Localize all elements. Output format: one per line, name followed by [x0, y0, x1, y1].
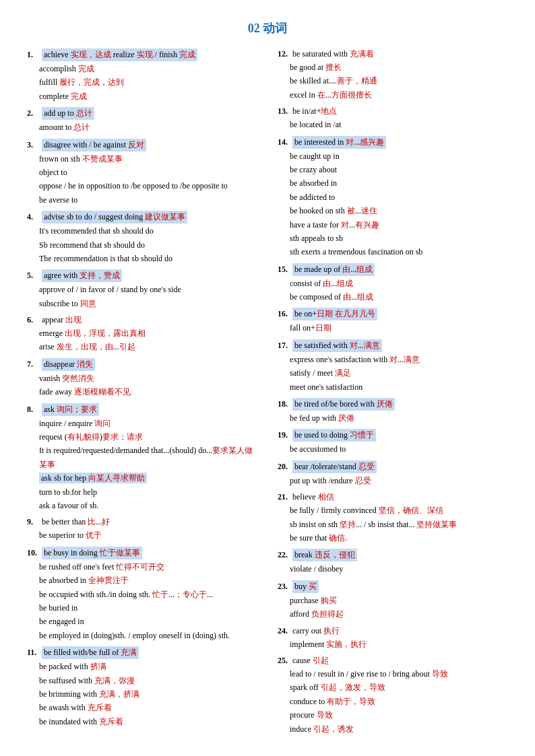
entry-line: have a taste for 对...有兴趣 — [278, 218, 508, 232]
entry-line: be absorbed in 全神贯注于 — [27, 574, 257, 587]
entry-line: be caught up in — [278, 149, 508, 163]
entry: 7.disappear 消失vanish 突然消失fade away 逐渐模糊看… — [27, 358, 257, 399]
entry-line: conduce to 有助于，导致 — [278, 695, 508, 708]
entry-line: be inundated with 充斥着 — [27, 715, 257, 728]
entry-header: 4.advise sb to do / suggest doing 建议做某事 — [27, 211, 257, 224]
entry-line: be employed in (doing)sth. / employ ones… — [27, 629, 257, 642]
entry-line: satisfy / meet 满足 — [278, 366, 508, 380]
entry-line: sth exerts a tremendous fascination on s… — [278, 245, 508, 259]
entry: 10.be busy in doing 忙于做某事be rushed off o… — [27, 547, 257, 642]
entry-header: 9.be better than 比...好 — [27, 516, 257, 528]
entry-line: put up with /endure 忍受 — [278, 474, 508, 487]
entry-header-text: appear 出现 — [42, 314, 82, 326]
entry-header: 13.be in/at+地点 — [278, 106, 508, 117]
entry-header-text: be filled with/be full of 充满 — [42, 646, 139, 659]
entry-line: be crazy about — [278, 163, 508, 176]
entry-line: be fed up with 厌倦 — [278, 411, 508, 425]
entry-header-text: ask 询问；要求 — [42, 403, 99, 416]
entry-line: oppose / be in opposition to /be opposed… — [27, 179, 257, 193]
entry-header: 17.be satisfied with 对...满意 — [278, 339, 508, 352]
entry-number: 1. — [27, 50, 39, 60]
entry-header: 25.cause 引起 — [278, 655, 508, 666]
entry-header: 6.appear 出现 — [27, 314, 257, 326]
entry-header-text: believe 相信 — [292, 491, 334, 503]
main-content: 1.achieve 实现，达成 realize 实现 / finish 完成ac… — [27, 48, 508, 740]
entry: 23.buy 买purchase 购买afford 负担得起 — [278, 580, 508, 621]
entry: 14.be interested in 对...感兴趣be caught up … — [278, 136, 508, 259]
entry-line: implement 实施，执行 — [278, 638, 508, 651]
entry-line: object to — [27, 166, 257, 179]
entry-line: It is required/requested/demanded that..… — [27, 444, 257, 471]
entry-line: fulfill 履行，完成，达到 — [27, 75, 257, 89]
entry: 19.be used to doing 习惯于be accustomed to — [278, 429, 508, 456]
entry-number: 16. — [278, 309, 290, 319]
entry: 24.carry out 执行implement 实施，执行 — [278, 625, 508, 651]
entry-header-text: be on+日期 在几月几号 — [292, 308, 377, 320]
entry-header: 2.add up to 总计 — [27, 107, 257, 120]
left-column: 1.achieve 实现，达成 realize 实现 / finish 完成ac… — [27, 48, 257, 732]
entry-line: be engaged in — [27, 615, 257, 628]
entry: 3.disagree with / be against 反对frown on … — [27, 139, 257, 207]
entry-number: 6. — [27, 315, 39, 325]
entry: 9.be better than 比...好be superior to 优于 — [27, 516, 257, 542]
entry-line: inquire / enquire 询问 — [27, 417, 257, 430]
entry-line: be averse to — [27, 193, 257, 207]
entry-header-text: disagree with / be against 反对 — [42, 139, 146, 151]
entry-line: be skilled at....善于，精通 — [278, 74, 508, 88]
entry-header-text: break 违反，侵犯 — [292, 549, 357, 561]
entry-number: 3. — [27, 140, 39, 150]
entry-line: be composed of 由...组成 — [278, 290, 508, 304]
entry-line: be buried in — [27, 601, 257, 615]
entry-number: 8. — [27, 405, 39, 415]
entry-line: be suffused with 充满，弥漫 — [27, 674, 257, 687]
entry-header-text: be better than 比...好 — [42, 516, 110, 528]
entry: 25.cause 引起lead to / result in / give ri… — [278, 655, 508, 736]
entry-line: afford 负担得起 — [278, 607, 508, 621]
entry: 15.be made up of 由...组成consist of 由...组成… — [278, 263, 508, 304]
entry-line: induce 引起，诱发 — [278, 722, 508, 736]
entry-line: be fully / firmly convinced 坚信，确信、深信 — [278, 504, 508, 517]
entry-line: ask a favour of sb. — [27, 499, 257, 512]
entry-header: 14.be interested in 对...感兴趣 — [278, 136, 508, 149]
entry: 20.bear /tolerate/stand 忍受put up with /e… — [278, 460, 508, 487]
entry-number: 18. — [278, 399, 290, 409]
entry: 8.ask 询问；要求inquire / enquire 询问request (… — [27, 403, 257, 513]
entry-line: excel in 在...方面很擅长 — [278, 88, 508, 102]
entry-number: 4. — [27, 212, 39, 222]
entry-line: amount to 总计 — [27, 121, 257, 134]
entry-line: fall on+日期 — [278, 321, 508, 335]
entry-header-text: be saturated with 充满着 — [292, 48, 374, 60]
right-column: 12.be saturated with 充满着be good at 擅长be … — [278, 48, 508, 740]
entry-line: emerge 出现，浮现，露出真相 — [27, 327, 257, 340]
entry-line: fade away 逐渐模糊看不见 — [27, 385, 257, 399]
entry: 17.be satisfied with 对...满意express one's… — [278, 339, 508, 394]
entry-header: 11.be filled with/be full of 充满 — [27, 646, 257, 659]
entry-header-text: advise sb to do / suggest doing 建议做某事 — [42, 211, 187, 224]
entry-line: ask sb for hep 向某人寻求帮助 — [27, 471, 257, 485]
entry-line: arise 发生，出现，由...引起 — [27, 340, 257, 353]
entry-header-text: be busy in doing 忙于做某事 — [42, 547, 142, 559]
entry: 1.achieve 实现，达成 realize 实现 / finish 完成ac… — [27, 48, 257, 103]
entry-header-text: be satisfied with 对...满意 — [292, 339, 382, 352]
entry: 12.be saturated with 充满着be good at 擅长be … — [278, 48, 508, 102]
entry-header-text: disappear 消失 — [42, 358, 95, 371]
entry: 16.be on+日期 在几月几号fall on+日期 — [278, 308, 508, 335]
entry-number: 11. — [27, 648, 39, 658]
entry-line: spark off 引起，激发，导致 — [278, 681, 508, 694]
entry: 5.agree with 支持，赞成approve of / in favor … — [27, 269, 257, 310]
entry-header-text: bear /tolerate/stand 忍受 — [292, 460, 377, 473]
entry-header: 5.agree with 支持，赞成 — [27, 269, 257, 282]
entry-number: 9. — [27, 517, 39, 527]
entry-number: 14. — [278, 137, 290, 147]
entry-header: 10.be busy in doing 忙于做某事 — [27, 547, 257, 559]
entry-number: 19. — [278, 430, 290, 440]
entry: 4.advise sb to do / suggest doing 建议做某事I… — [27, 211, 257, 265]
entry-line: be superior to 优于 — [27, 528, 257, 542]
entry-line: violate / disobey — [278, 562, 508, 576]
entry-header-text: achieve 实现，达成 realize 实现 / finish 完成 — [42, 48, 197, 61]
entry-header: 23.buy 买 — [278, 580, 508, 593]
page-title: 02 动词 — [27, 20, 508, 36]
entry-header-text: be interested in 对...感兴趣 — [292, 136, 386, 149]
entry-header-text: be tired of/be bored with 厌倦 — [292, 398, 395, 411]
entry-number: 20. — [278, 462, 290, 472]
